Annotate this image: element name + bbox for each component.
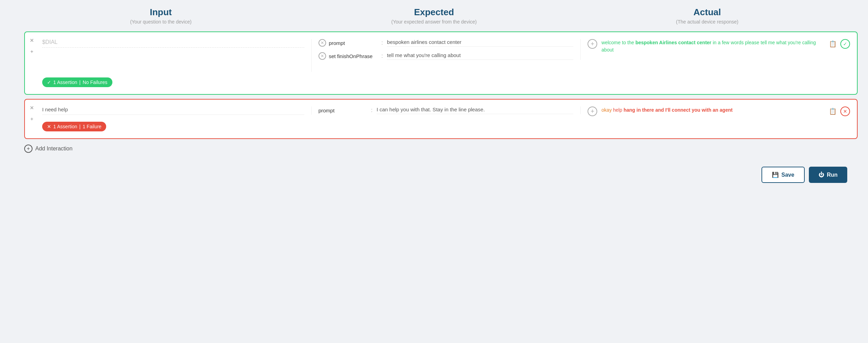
actual-subtitle: (The actual device response) bbox=[571, 19, 844, 25]
expected-column-header: Expected (Your expected answer from the … bbox=[297, 7, 571, 25]
actual-actions-2: 📋 ✕ bbox=[828, 106, 850, 116]
copy-icon-2[interactable]: 📋 bbox=[828, 106, 838, 116]
expected-subtitle: (Your expected answer from the device) bbox=[297, 19, 571, 25]
remove-interaction-btn-1[interactable]: ✕ bbox=[28, 36, 36, 45]
copy-icon-1[interactable]: 📋 bbox=[828, 39, 838, 49]
input-col-2: I need help bbox=[42, 106, 312, 115]
interaction-card-1: ✕ + $DIAL ✕ prompt : bespoken airlines c… bbox=[24, 31, 858, 95]
add-assertion-btn-2[interactable]: + bbox=[588, 106, 597, 116]
add-interaction-label: Add Interaction bbox=[35, 146, 73, 152]
actual-phrase-connect: hang in there and I'll connect you with … bbox=[624, 107, 732, 113]
actual-text-col-2: okay help hang in there and I'll connect… bbox=[601, 106, 824, 114]
interaction-card-2: ✕ + I need help prompt : I can help you … bbox=[24, 99, 858, 139]
expected-title: Expected bbox=[297, 7, 571, 18]
dial-label: $DIAL bbox=[42, 39, 304, 48]
side-controls-2: ✕ + bbox=[25, 100, 39, 138]
actual-word-help: help bbox=[613, 107, 624, 113]
status-failure-icon-2: ✕ bbox=[840, 106, 850, 116]
assertion-badge-1: ✓ 1 Assertion | No Failures bbox=[42, 77, 112, 87]
side-controls-1: ✕ + bbox=[25, 32, 39, 94]
input-text-2: I need help bbox=[42, 106, 304, 115]
save-label: Save bbox=[782, 172, 794, 178]
actual-text-1: welcome to the bespoken Airlines contact… bbox=[601, 39, 824, 54]
assertion-remove-icon-1-1[interactable]: ✕ bbox=[318, 39, 326, 47]
card-content-1: $DIAL ✕ prompt : bespoken airlines conta… bbox=[42, 39, 850, 72]
actual-actions-1: 📋 ✓ bbox=[828, 39, 850, 49]
assertion-badge-2: ✕ 1 Assertion | 1 Failure bbox=[42, 122, 106, 131]
assertion-value-1-1: bespoken airlines contact center bbox=[387, 39, 573, 47]
input-title: Input bbox=[24, 7, 297, 18]
page-container: Input (Your question to the device) Expe… bbox=[0, 7, 868, 190]
add-assertion-btn-1[interactable]: + bbox=[588, 39, 597, 49]
assertion-value-2-1: I can help you with that. Stay in the li… bbox=[377, 106, 573, 114]
footer-actions: 💾 Save ⏻ Run bbox=[10, 167, 858, 190]
assertion-value-1-2: tell me what you're calling about bbox=[387, 52, 573, 60]
assertion-type-1-1: prompt bbox=[329, 40, 377, 46]
input-col-1: $DIAL bbox=[42, 39, 312, 72]
assertion-row-2-1: prompt : I can help you with that. Stay … bbox=[318, 106, 574, 114]
input-subtitle: (Your question to the device) bbox=[24, 19, 297, 25]
run-button[interactable]: ⏻ Run bbox=[809, 167, 847, 183]
badge-assertion-count-1: 1 Assertion bbox=[53, 80, 77, 85]
badge-status-1: No Failures bbox=[83, 80, 108, 85]
expected-col-1: ✕ prompt : bespoken airlines contact cen… bbox=[312, 39, 581, 60]
add-row-btn-2[interactable]: + bbox=[28, 115, 36, 123]
add-interaction-btn[interactable]: + Add Interaction bbox=[24, 145, 858, 153]
actual-col-1: + welcome to the bespoken Airlines conta… bbox=[581, 39, 850, 54]
status-success-icon-1: ✓ bbox=[840, 39, 850, 49]
input-column-header: Input (Your question to the device) bbox=[24, 7, 297, 25]
expected-col-2: prompt : I can help you with that. Stay … bbox=[312, 106, 581, 114]
assertion-row-1-1: ✕ prompt : bespoken airlines contact cen… bbox=[318, 39, 574, 47]
actual-column-header: Actual (The actual device response) bbox=[571, 7, 844, 25]
actual-text-2: okay help hang in there and I'll connect… bbox=[601, 106, 824, 114]
columns-header: Input (Your question to the device) Expe… bbox=[10, 7, 858, 25]
card-content-2: I need help prompt : I can help you with… bbox=[42, 106, 850, 116]
actual-title: Actual bbox=[571, 7, 844, 18]
badge-status-2: 1 Failure bbox=[83, 124, 101, 129]
badge-assertion-count-2: 1 Assertion bbox=[53, 124, 77, 129]
save-icon: 💾 bbox=[772, 172, 779, 178]
save-button[interactable]: 💾 Save bbox=[761, 167, 805, 183]
actual-col-2: + okay help hang in there and I'll conne… bbox=[581, 106, 850, 116]
assertion-row-1-2: ✕ set finishOnPhrase : tell me what you'… bbox=[318, 52, 574, 60]
remove-interaction-btn-2[interactable]: ✕ bbox=[28, 104, 36, 112]
run-icon: ⏻ bbox=[819, 172, 824, 178]
actual-text-col-1: welcome to the bespoken Airlines contact… bbox=[601, 39, 824, 54]
add-interaction-icon: + bbox=[24, 145, 33, 153]
actual-word-okay: okay bbox=[601, 107, 613, 113]
assertion-type-1-2: set finishOnPhrase bbox=[329, 53, 377, 59]
assertion-remove-icon-1-2[interactable]: ✕ bbox=[318, 52, 326, 60]
run-label: Run bbox=[827, 172, 838, 178]
add-row-btn-1[interactable]: + bbox=[28, 47, 36, 56]
assertion-type-2-1: prompt bbox=[318, 108, 367, 113]
